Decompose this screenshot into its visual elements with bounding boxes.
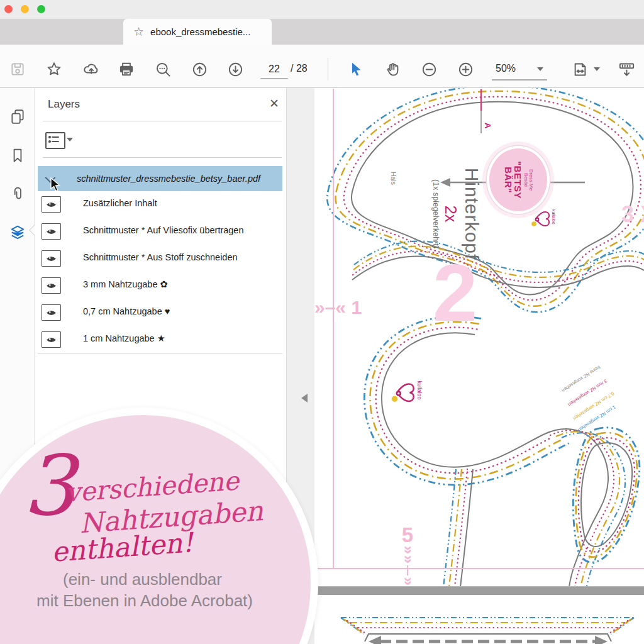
document-page-2[interactable] <box>314 595 644 644</box>
page-separator-bar <box>314 586 644 596</box>
layer-label: 0,7 cm Nahtzugabe ♥ <box>83 306 170 316</box>
layers-icon <box>9 225 26 241</box>
panel-divider <box>43 121 282 121</box>
chevron-down-glyph: « <box>403 546 413 554</box>
zoom-out-button[interactable] <box>420 60 438 78</box>
next-page-button[interactable] <box>226 60 244 78</box>
eye-icon <box>46 201 57 208</box>
layer-visibility-toggle[interactable] <box>42 223 61 240</box>
layer-visibility-toggle[interactable] <box>42 277 61 294</box>
fit-width-icon <box>572 61 589 78</box>
piece-title: Hinterkopf <box>462 168 483 260</box>
badge-line: BÄR" <box>503 167 513 193</box>
attachments-button[interactable] <box>9 186 26 202</box>
macos-titlebar <box>0 0 644 19</box>
minimize-window-button[interactable] <box>21 5 29 13</box>
eye-icon <box>46 228 57 235</box>
match-marker-5-number: 5 <box>402 525 413 545</box>
plus-circle-icon <box>457 61 474 78</box>
page-trim-line-vertical <box>333 89 334 569</box>
tab-title: ebook_dressmebestie... <box>150 26 250 37</box>
eye-icon <box>46 255 57 262</box>
match-marker-3: 3 X <box>621 201 644 228</box>
hide-toolbar-icon <box>618 61 635 78</box>
eye-icon <box>46 336 57 343</box>
layer-visibility-toggle[interactable] <box>42 196 61 213</box>
brand-text: kullaloo <box>552 209 556 225</box>
page-number-input[interactable] <box>260 60 288 79</box>
layer-options-button[interactable] <box>45 132 65 149</box>
eye-icon <box>46 282 57 289</box>
double-arrow <box>369 636 608 644</box>
root-layer-row[interactable]: schnittmuster_dressmebestie_betsy_baer.p… <box>38 166 282 191</box>
collapse-panel-arrow[interactable] <box>301 394 308 402</box>
page-thumbnails-button[interactable] <box>9 108 26 125</box>
layer-row[interactable]: Zusätzlicher Inhalt <box>38 191 282 219</box>
zoom-window-button[interactable] <box>37 5 45 13</box>
betsy-baer-badge: Dress Me Bestie "BETSY BÄR" <box>487 146 550 214</box>
mouse-cursor <box>50 177 64 192</box>
badge-line: "BETSY <box>513 161 523 199</box>
cloud-upload-button[interactable] <box>82 60 99 78</box>
layer-row[interactable]: Schnittmuster * Aus Stoff zuschneiden <box>38 245 282 273</box>
zoom-level-value: 50% <box>496 63 516 74</box>
kullaloo-logo: kullaloo <box>531 209 556 226</box>
match-marker-5: 5 « « « « <box>394 525 421 596</box>
cursor-arrow-icon <box>348 61 365 77</box>
close-window-button[interactable] <box>4 5 13 13</box>
layer-visibility-toggle[interactable] <box>42 331 61 348</box>
panel-title: Layers <box>48 98 80 111</box>
minus-circle-icon <box>421 61 438 78</box>
zoom-dropdown-caret[interactable] <box>537 67 543 71</box>
layer-visibility-toggle[interactable] <box>42 304 61 321</box>
select-tool-button[interactable] <box>348 60 365 78</box>
layer-row[interactable]: 1 cm Nahtzugabe ★ <box>38 326 282 354</box>
notch-label: A <box>483 123 492 129</box>
zoom-in-button[interactable] <box>457 60 474 78</box>
favorite-star-icon[interactable]: ☆ <box>133 25 144 39</box>
layer-row[interactable]: Schnittmuster * Auf Vliesofix übertragen <box>38 218 282 246</box>
hand-tool-button[interactable] <box>384 60 401 78</box>
notch-marker-a: A <box>481 89 492 133</box>
root-layer-name: schnittmuster_dressmebestie_betsy_baer.p… <box>77 174 260 184</box>
search-button[interactable] <box>154 60 172 78</box>
bookmarks-button[interactable] <box>9 147 26 164</box>
chevron-down-glyph: « <box>403 555 413 564</box>
badge-line: Dress Me <box>528 169 533 191</box>
tab-bar <box>0 19 644 45</box>
document-tab[interactable]: ☆ ebook_dressmebestie... <box>123 19 272 45</box>
close-panel-icon[interactable]: ✕ <box>269 96 279 111</box>
badge-line: Bestie <box>523 173 528 187</box>
piece-note: (1x spiegelverkehrt) <box>432 179 441 248</box>
print-button[interactable] <box>118 60 135 78</box>
fit-dropdown-caret[interactable] <box>594 67 600 71</box>
arrow-up-circle-icon <box>191 61 208 78</box>
save-button[interactable] <box>9 60 26 78</box>
promo-note-line-2: mit Ebenen in Adobe Acrobat) <box>36 591 253 611</box>
previous-page-button[interactable] <box>191 60 208 78</box>
toolbar-separator <box>328 58 328 80</box>
hide-toolbar-button[interactable] <box>618 60 635 78</box>
layer-label: Schnittmuster * Auf Vliesofix übertragen <box>83 225 244 235</box>
layer-options-caret[interactable] <box>67 138 73 142</box>
layer-label: Schnittmuster * Aus Stoff zuschneiden <box>83 252 238 262</box>
layer-label: 1 cm Nahtzugabe ★ <box>83 333 165 343</box>
bookmark-icon <box>9 147 26 164</box>
layer-label: Zusätzlicher Inhalt <box>83 198 157 208</box>
brand-text: kullaloo <box>416 381 423 400</box>
layer-visibility-toggle[interactable] <box>42 250 61 267</box>
star-button[interactable] <box>45 60 63 78</box>
cloud-upload-icon <box>82 61 99 78</box>
match-marker-5-line <box>407 565 408 575</box>
pattern-sheet-number: 2 <box>433 253 477 333</box>
fit-width-button[interactable] <box>571 60 589 78</box>
layers-button[interactable] <box>9 225 26 241</box>
kullaloo-logo: kullaloo <box>392 381 423 402</box>
layer-row[interactable]: 3 mm Nahtzugabe ✿ <box>38 272 282 300</box>
match-marker-1: »–« 1 <box>314 297 362 318</box>
panel-divider <box>43 157 282 158</box>
arrow-down-circle-icon <box>227 61 244 78</box>
layer-row[interactable]: 0,7 cm Nahtzugabe ♥ <box>38 299 282 327</box>
promo-note-line-1: (ein- und ausblendbar <box>63 570 222 589</box>
piece-count: 2x <box>442 206 460 222</box>
